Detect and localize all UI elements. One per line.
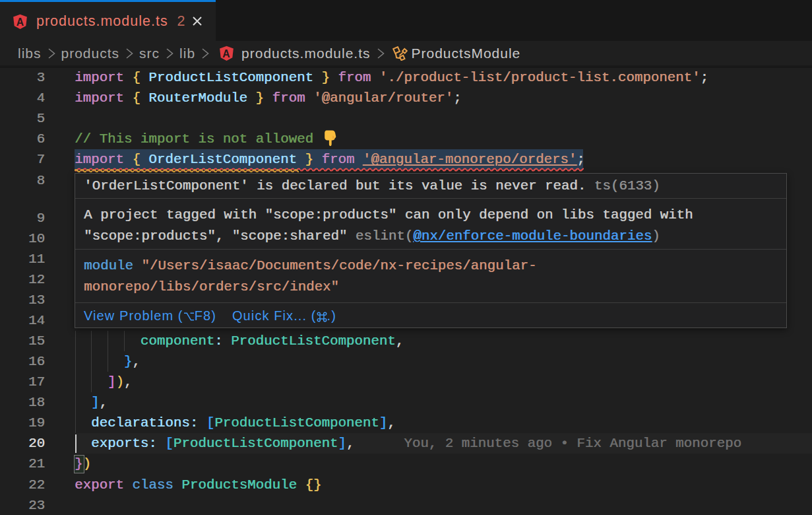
svg-text:A: A [222,48,230,59]
svg-text:A: A [16,17,24,28]
